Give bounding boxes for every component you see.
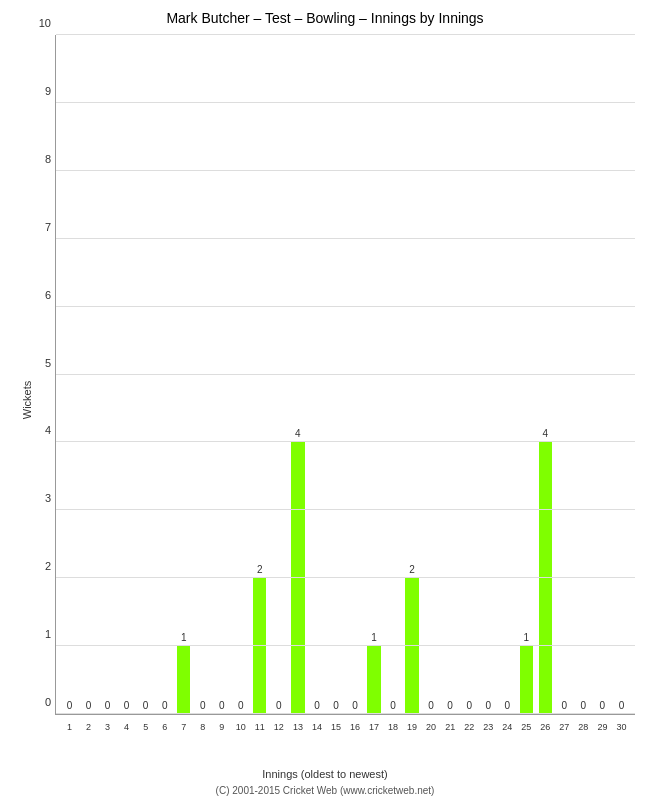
- bar-value-label: 0: [162, 700, 168, 711]
- bar-value-label: 0: [219, 700, 225, 711]
- grid-line: [56, 102, 635, 103]
- bar-group: 029: [593, 35, 612, 714]
- bar-group: 04: [117, 35, 136, 714]
- x-tick-label: 17: [369, 722, 379, 732]
- bar-value-label: 1: [181, 632, 187, 643]
- x-tick-label: 22: [464, 722, 474, 732]
- x-tick-label: 15: [331, 722, 341, 732]
- x-tick-label: 1: [67, 722, 72, 732]
- y-axis-title: Wickets: [21, 381, 33, 420]
- bar-group: 03: [98, 35, 117, 714]
- y-tick-label: 0: [16, 696, 51, 708]
- bar-value-label: 0: [466, 700, 472, 711]
- x-tick-label: 5: [143, 722, 148, 732]
- bar-group: 02: [79, 35, 98, 714]
- x-tick-label: 25: [521, 722, 531, 732]
- grid-line: [56, 34, 635, 35]
- bar-group: 413: [288, 35, 307, 714]
- x-tick-label: 9: [219, 722, 224, 732]
- bar-value-label: 0: [200, 700, 206, 711]
- y-tick-label: 9: [16, 85, 51, 97]
- bar-group: 01: [60, 35, 79, 714]
- bar: 4: [291, 442, 304, 714]
- bar-group: 014: [307, 35, 326, 714]
- bar-group: 010: [231, 35, 250, 714]
- x-tick-label: 7: [181, 722, 186, 732]
- grid-line: [56, 238, 635, 239]
- x-tick-label: 28: [578, 722, 588, 732]
- bar-group: 117: [365, 35, 384, 714]
- bar-group: 020: [422, 35, 441, 714]
- bar: 1: [520, 646, 533, 714]
- bar-value-label: 0: [581, 700, 587, 711]
- bar-value-label: 2: [257, 564, 263, 575]
- bar-group: 125: [517, 35, 536, 714]
- bar-group: 030: [612, 35, 631, 714]
- x-axis-title: Innings (oldest to newest): [0, 768, 650, 780]
- bar-value-label: 4: [295, 428, 301, 439]
- grid-line: [56, 645, 635, 646]
- bar-group: 022: [460, 35, 479, 714]
- x-tick-label: 13: [293, 722, 303, 732]
- bar-value-label: 4: [543, 428, 549, 439]
- bar-value-label: 2: [409, 564, 415, 575]
- x-tick-label: 27: [559, 722, 569, 732]
- y-tick-label: 2: [16, 560, 51, 572]
- bar-value-label: 0: [276, 700, 282, 711]
- bar-group: 219: [403, 35, 422, 714]
- grid-line: [56, 170, 635, 171]
- bar-group: 018: [384, 35, 403, 714]
- x-tick-label: 6: [162, 722, 167, 732]
- x-tick-label: 16: [350, 722, 360, 732]
- grid-line: [56, 441, 635, 442]
- grid-line: [56, 713, 635, 714]
- bar-group: 06: [155, 35, 174, 714]
- y-tick-label: 10: [16, 17, 51, 29]
- x-tick-label: 2: [86, 722, 91, 732]
- x-tick-label: 19: [407, 722, 417, 732]
- bar-value-label: 0: [333, 700, 339, 711]
- y-tick-label: 8: [16, 153, 51, 165]
- chart-title: Mark Butcher – Test – Bowling – Innings …: [0, 0, 650, 26]
- bar-value-label: 1: [371, 632, 377, 643]
- x-tick-label: 20: [426, 722, 436, 732]
- y-tick-label: 3: [16, 492, 51, 504]
- y-tick-label: 7: [16, 221, 51, 233]
- bar-value-label: 0: [390, 700, 396, 711]
- bar-value-label: 0: [86, 700, 92, 711]
- bar-group: 426: [536, 35, 555, 714]
- bar: 1: [367, 646, 380, 714]
- bar: 4: [539, 442, 552, 714]
- x-tick-label: 26: [540, 722, 550, 732]
- bar-group: 024: [498, 35, 517, 714]
- bar-group: 021: [441, 35, 460, 714]
- bar-value-label: 0: [124, 700, 130, 711]
- y-tick-label: 6: [16, 289, 51, 301]
- x-tick-label: 14: [312, 722, 322, 732]
- bar-group: 17: [174, 35, 193, 714]
- x-tick-label: 29: [597, 722, 607, 732]
- y-tick-label: 1: [16, 628, 51, 640]
- x-tick-label: 18: [388, 722, 398, 732]
- grid-line: [56, 306, 635, 307]
- bar-value-label: 0: [504, 700, 510, 711]
- bar-group: 015: [326, 35, 345, 714]
- bar-value-label: 0: [447, 700, 453, 711]
- bar-group: 09: [212, 35, 231, 714]
- bar-value-label: 0: [428, 700, 434, 711]
- grid-line: [56, 509, 635, 510]
- bar-group: 211: [250, 35, 269, 714]
- y-tick-label: 4: [16, 424, 51, 436]
- y-tick-label: 5: [16, 357, 51, 369]
- grid-line: [56, 374, 635, 375]
- x-tick-label: 8: [200, 722, 205, 732]
- bars-wrapper: 0102030405061708090102110124130140150161…: [56, 35, 635, 714]
- chart-container: Mark Butcher – Test – Bowling – Innings …: [0, 0, 650, 800]
- chart-area: 0102030405061708090102110124130140150161…: [55, 35, 635, 715]
- x-tick-label: 21: [445, 722, 455, 732]
- bar-value-label: 0: [600, 700, 606, 711]
- bar-value-label: 0: [143, 700, 149, 711]
- bar-value-label: 0: [485, 700, 491, 711]
- bar-value-label: 0: [238, 700, 244, 711]
- bar-group: 027: [555, 35, 574, 714]
